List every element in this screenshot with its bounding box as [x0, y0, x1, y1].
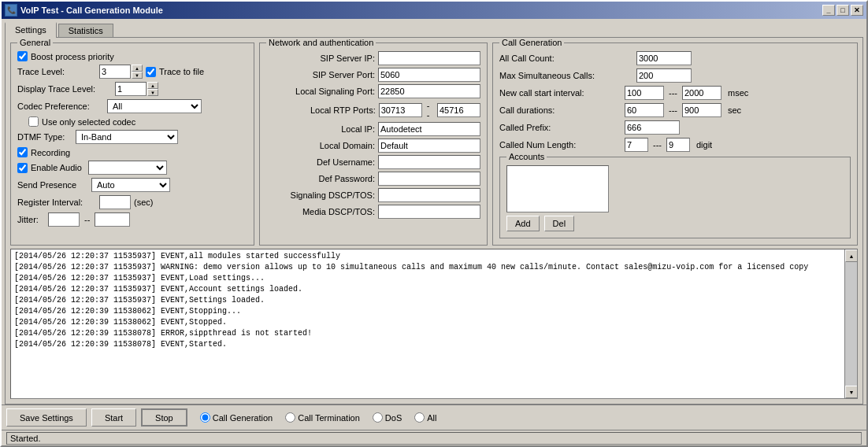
called-prefix-input[interactable]: 666 — [625, 120, 680, 135]
boost-priority-row: Boost process priority — [17, 51, 247, 61]
codec-preference-select[interactable]: All G.711 G.729 GSM — [107, 99, 202, 113]
all-call-count-input[interactable]: 3000 — [636, 51, 692, 65]
def-password-row: Def Password: — [266, 172, 480, 186]
max-simultaneous-input[interactable]: 200 — [636, 68, 692, 83]
jitter-row: Jitter: 30 -- 300 — [17, 212, 247, 227]
close-button[interactable]: ✕ — [851, 5, 863, 16]
trace-to-file-checkbox[interactable] — [146, 67, 156, 77]
log-line-1: [2014/05/26 12:20:37 11535937] EVENT,all… — [14, 251, 854, 262]
radio-call-generation-input[interactable] — [200, 412, 210, 423]
call-durations-max[interactable]: 900 — [682, 103, 721, 117]
jitter-min-input[interactable]: 30 — [48, 212, 80, 227]
called-num-min[interactable]: 7 — [625, 138, 648, 152]
call-durations-sep: --- — [669, 105, 677, 115]
new-call-interval-label: New call start interval: — [499, 88, 621, 98]
boost-priority-checkbox[interactable] — [17, 51, 28, 61]
radio-dos-input[interactable] — [373, 412, 383, 423]
def-password-label: Def Password: — [266, 174, 375, 183]
display-trace-up[interactable]: ▲ — [147, 82, 158, 89]
display-trace-down[interactable]: ▼ — [147, 89, 158, 96]
register-interval-label: Register Interval: — [17, 198, 96, 207]
trace-level-input[interactable]: 3 — [99, 65, 131, 79]
general-title: General — [17, 38, 53, 47]
called-prefix-label: Called Prefix: — [499, 123, 621, 132]
sip-server-port-label: SIP Server Port: — [266, 70, 375, 79]
add-account-button[interactable]: Add — [506, 216, 540, 231]
log-scrollbar: ▲ ▼ — [844, 249, 857, 398]
recording-checkbox[interactable] — [17, 147, 28, 157]
call-durations-unit: sec — [728, 105, 741, 115]
called-num-max[interactable]: 9 — [666, 138, 690, 152]
send-presence-row: Send Presence Auto Yes No — [17, 178, 247, 192]
radio-all-label: All — [427, 413, 436, 423]
log-line-5: [2014/05/26 12:20:37 11535937] EVENT,Set… — [14, 295, 854, 306]
accounts-buttons: Add Del — [506, 216, 844, 231]
radio-call-termination-input[interactable] — [285, 412, 295, 423]
save-settings-button[interactable]: Save Settings — [6, 408, 87, 427]
radio-call-generation: Call Generation — [200, 412, 273, 423]
window-title: VoIP Test - Call Generation Module — [20, 6, 163, 15]
def-username-input[interactable] — [378, 155, 480, 169]
new-call-interval-max[interactable]: 2000 — [682, 86, 721, 100]
sip-server-ip-label: SIP Server IP: — [266, 54, 375, 63]
stop-button[interactable]: Stop — [141, 408, 187, 427]
log-content: [2014/05/26 12:20:37 11535937] EVENT,all… — [11, 249, 857, 398]
called-num-sep: --- — [653, 140, 662, 150]
local-ip-row: Local IP: Autodetect — [266, 122, 480, 136]
display-trace-input[interactable]: 1 — [115, 82, 147, 96]
local-ip-input[interactable]: Autodetect — [378, 122, 480, 136]
log-line-9: [2014/05/26 12:20:39 11538078] EVENT,Sta… — [14, 339, 854, 350]
status-bar: Started. — [2, 430, 866, 445]
display-trace-label: Display Trace Level: — [17, 84, 112, 94]
local-rtp-min-input[interactable]: 30713 — [379, 103, 422, 117]
local-ip-label: Local IP: — [266, 124, 375, 134]
media-dscp-input[interactable] — [378, 205, 480, 219]
sip-server-port-input[interactable]: 5060 — [378, 68, 480, 82]
radio-dos-label: DoS — [385, 413, 402, 423]
def-username-label: Def Username: — [266, 157, 375, 167]
register-interval-row: Register Interval: 20 (sec) — [17, 195, 247, 209]
jitter-max-input[interactable]: 300 — [95, 212, 130, 227]
tab-statistics[interactable]: Statistics — [58, 24, 113, 37]
minimize-button[interactable]: _ — [822, 5, 835, 16]
def-password-input[interactable] — [378, 172, 480, 186]
media-dscp-label: Media DSCP/TOS: — [266, 207, 375, 216]
radio-all-input[interactable] — [414, 412, 425, 423]
trace-level-down[interactable]: ▼ — [132, 72, 143, 79]
mode-radio-group: Call Generation Call Termination DoS All — [200, 412, 437, 423]
new-call-interval-min[interactable]: 100 — [625, 86, 664, 100]
start-button[interactable]: Start — [91, 408, 136, 427]
local-rtp-max-input[interactable]: 45716 — [437, 103, 480, 117]
use-only-codec-checkbox[interactable] — [28, 116, 39, 127]
tab-bar: Settings Statistics — [2, 19, 866, 37]
del-account-button[interactable]: Del — [544, 216, 575, 231]
signaling-dscp-input[interactable] — [378, 188, 480, 202]
local-signaling-port-row: Local Signaling Port: 22850 — [266, 84, 480, 98]
enable-audio-checkbox[interactable] — [17, 163, 28, 173]
trace-level-up[interactable]: ▲ — [132, 65, 143, 72]
call-durations-min[interactable]: 60 — [625, 103, 664, 117]
local-rtp-ports-label: Local RTP Ports: — [266, 105, 376, 115]
register-interval-unit: (sec) — [134, 198, 153, 207]
enable-audio-select[interactable] — [88, 161, 167, 175]
scrollbar-up-button[interactable]: ▲ — [845, 249, 858, 262]
general-panel: General Boost process priority Trace Lev… — [10, 42, 254, 246]
log-area: [2014/05/26 12:20:37 11535937] EVENT,all… — [10, 249, 858, 399]
maximize-button[interactable]: □ — [836, 5, 849, 16]
register-interval-input[interactable]: 20 — [99, 195, 131, 209]
local-signaling-port-input[interactable]: 22850 — [378, 84, 480, 98]
scrollbar-down-button[interactable]: ▼ — [845, 386, 858, 398]
local-domain-label: Local Domain: — [266, 141, 375, 150]
log-line-2: [2014/05/26 12:20:37 11535937] WARNING: … — [14, 262, 854, 273]
sip-server-ip-input[interactable] — [378, 51, 480, 65]
tab-settings[interactable]: Settings — [5, 22, 57, 38]
radio-dos: DoS — [373, 412, 402, 423]
status-text: Started. — [10, 434, 41, 443]
title-buttons: _ □ ✕ — [822, 5, 863, 16]
send-presence-select[interactable]: Auto Yes No — [91, 178, 170, 192]
def-username-row: Def Username: — [266, 155, 480, 169]
local-domain-input[interactable]: Default — [378, 139, 480, 153]
dtmf-type-select[interactable]: In-Band RFC2833 SIP Info — [76, 130, 178, 144]
display-trace-row: Display Trace Level: 1 ▲ ▼ — [17, 82, 247, 96]
trace-level-spin-buttons: ▲ ▼ — [132, 65, 143, 79]
